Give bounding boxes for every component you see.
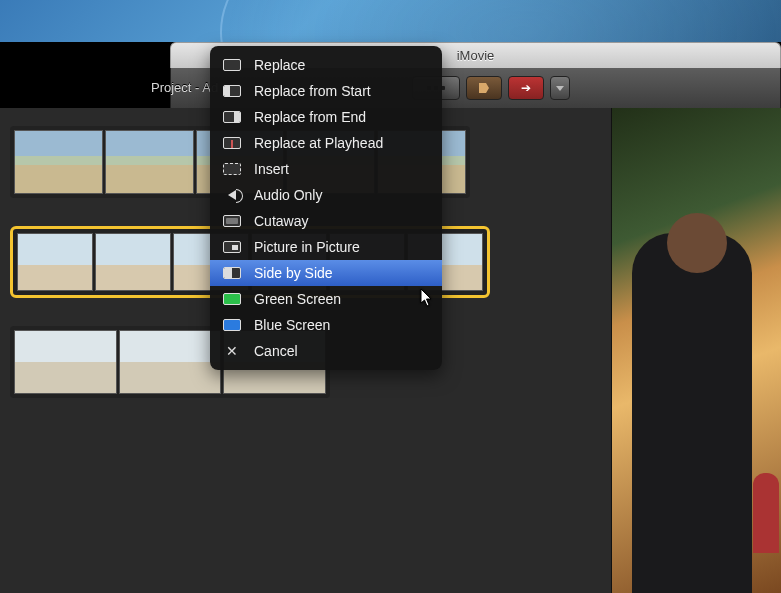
menu-item-label: Replace from End: [254, 109, 428, 125]
insert-icon: [222, 162, 242, 176]
menu-item-label: Audio Only: [254, 187, 428, 203]
clip-frame[interactable]: [14, 330, 117, 394]
menu-item-cutaway[interactable]: Cutaway: [210, 208, 442, 234]
tag-icon: [479, 83, 489, 93]
menu-item-green-screen[interactable]: Green Screen: [210, 286, 442, 312]
green-screen-icon: [222, 292, 242, 306]
insert-options-menu: Replace Replace from Start Replace from …: [210, 46, 442, 370]
share-button[interactable]: ➔: [508, 76, 544, 100]
menu-item-side-by-side[interactable]: Side by Side: [210, 260, 442, 286]
clip-frame[interactable]: [14, 130, 103, 194]
replace-playhead-icon: [222, 136, 242, 150]
clip-frame[interactable]: [119, 330, 222, 394]
preview-subject: [632, 233, 752, 593]
clip-frame[interactable]: [17, 233, 93, 291]
menu-item-label: Cutaway: [254, 213, 428, 229]
clip-frame[interactable]: [95, 233, 171, 291]
menu-item-label: Cancel: [254, 343, 428, 359]
menu-item-replace[interactable]: Replace: [210, 52, 442, 78]
menu-item-label: Insert: [254, 161, 428, 177]
cutaway-icon: [222, 214, 242, 228]
menu-item-label: Green Screen: [254, 291, 428, 307]
menu-item-replace-playhead[interactable]: Replace at Playhead: [210, 130, 442, 156]
menu-item-label: Replace from Start: [254, 83, 428, 99]
menu-item-blue-screen[interactable]: Blue Screen: [210, 312, 442, 338]
menu-item-label: Replace: [254, 57, 428, 73]
preview-subject: [753, 473, 779, 553]
dropdown-button[interactable]: [550, 76, 570, 100]
marker-button[interactable]: [466, 76, 502, 100]
replace-icon: [222, 58, 242, 72]
project-label: Project - Ad: [151, 80, 218, 95]
clip-frame[interactable]: [105, 130, 194, 194]
menu-item-label: Side by Side: [254, 265, 428, 281]
chevron-down-icon: [556, 86, 564, 91]
replace-start-icon: [222, 84, 242, 98]
audio-icon: [222, 188, 242, 202]
menu-item-label: Picture in Picture: [254, 239, 428, 255]
menu-item-replace-start[interactable]: Replace from Start: [210, 78, 442, 104]
blue-screen-icon: [222, 318, 242, 332]
menu-item-pip[interactable]: Picture in Picture: [210, 234, 442, 260]
pip-icon: [222, 240, 242, 254]
menu-item-cancel[interactable]: ✕ Cancel: [210, 338, 442, 364]
arrow-right-icon: ➔: [521, 81, 531, 95]
menu-item-label: Replace at Playhead: [254, 135, 428, 151]
menu-item-insert[interactable]: Insert: [210, 156, 442, 182]
side-by-side-icon: [222, 266, 242, 280]
replace-end-icon: [222, 110, 242, 124]
menu-item-replace-end[interactable]: Replace from End: [210, 104, 442, 130]
window-title: iMovie: [457, 48, 495, 63]
app-banner: [0, 0, 781, 42]
menu-item-audio-only[interactable]: Audio Only: [210, 182, 442, 208]
menu-item-label: Blue Screen: [254, 317, 428, 333]
video-preview[interactable]: [611, 108, 781, 593]
cancel-icon: ✕: [222, 344, 242, 358]
